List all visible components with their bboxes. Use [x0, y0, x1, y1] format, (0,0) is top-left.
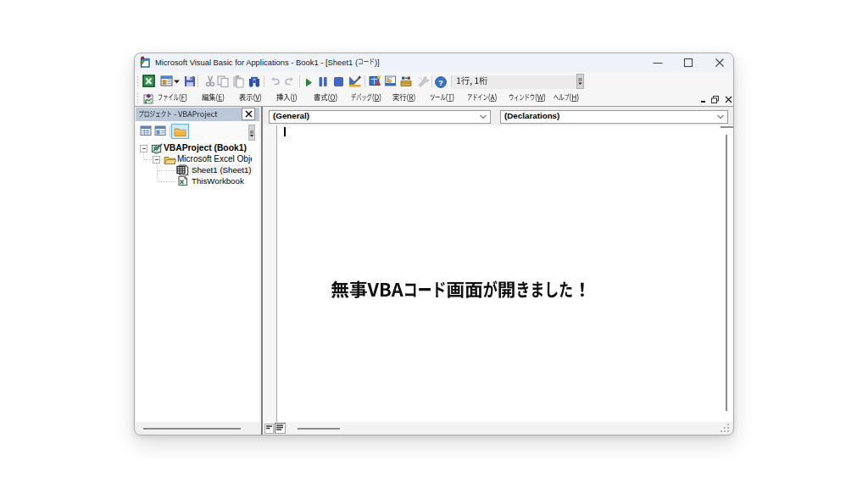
svg-text:?: ?: [438, 78, 443, 87]
